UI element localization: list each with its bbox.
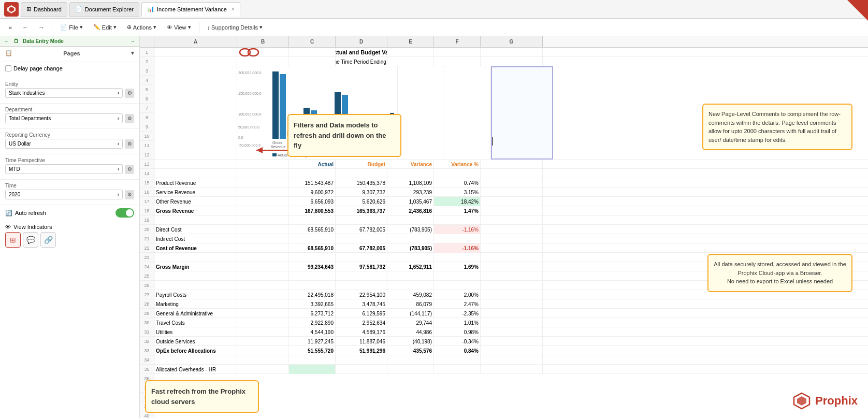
entity-gear[interactable]: ⚙ bbox=[125, 89, 134, 98]
row-num-19: 19 bbox=[140, 215, 154, 225]
svg-rect-10 bbox=[272, 71, 279, 139]
back-arrow[interactable]: ← bbox=[4, 38, 9, 44]
row-num-10: 10 bbox=[140, 132, 154, 141]
cell-2e bbox=[387, 57, 434, 66]
tab-income-statement[interactable]: 📊 Income Statement Variance × bbox=[141, 2, 240, 17]
row-num-22: 22 bbox=[140, 243, 154, 253]
row-num-1: 1 bbox=[140, 48, 154, 57]
edit-icon: ✏️ bbox=[93, 24, 100, 31]
corner-decoration bbox=[847, 0, 868, 21]
edit-button[interactable]: ✏️ Edit ▾ bbox=[89, 22, 121, 33]
row-34: Marketing 3,392,665 3,478,745 86,079 2.4… bbox=[154, 299, 868, 309]
row-num-2: 2 bbox=[140, 57, 154, 66]
cell-1c bbox=[289, 48, 336, 57]
row-36: Travel Costs 2,922,890 2,952,634 29,744 … bbox=[154, 318, 868, 327]
row-num-16: 16 bbox=[140, 188, 154, 197]
chevron-right-icon: › bbox=[118, 116, 119, 121]
chevron-right-icon: › bbox=[118, 192, 119, 197]
chart-spacer-e bbox=[398, 66, 444, 160]
col-header-c: C bbox=[289, 36, 336, 48]
fast-refresh-callout: Fast refrech from the Prophix cloud serv… bbox=[145, 380, 259, 413]
cell-1f bbox=[434, 48, 481, 57]
details-icon: ↓ bbox=[207, 24, 210, 31]
close-icon[interactable]: × bbox=[232, 6, 235, 12]
back-back-button[interactable]: « bbox=[4, 22, 17, 33]
col-header-a: A bbox=[154, 36, 237, 48]
dept-gear[interactable]: ⚙ bbox=[125, 114, 134, 123]
chevron-right-icon: › bbox=[118, 90, 119, 96]
time-perspective-select[interactable]: MTD › bbox=[5, 164, 123, 174]
row-22: Service Revenue 9,600,972 9,307,732 293,… bbox=[154, 188, 868, 197]
cell-19e: Variance bbox=[387, 160, 434, 169]
table-indicator-btn[interactable]: ⊞ bbox=[5, 232, 21, 248]
time-perspective-section: Time Perspective MTD › ⚙ bbox=[0, 154, 139, 180]
row-num-7: 7 bbox=[140, 104, 154, 113]
row-num-13: 13 bbox=[140, 160, 154, 169]
row-num-15: 15 bbox=[140, 178, 154, 188]
time-perspective-gear[interactable]: ⚙ bbox=[125, 165, 134, 174]
view-button[interactable]: 👁 View ▾ bbox=[162, 22, 196, 33]
row-num-8: 8 bbox=[140, 113, 154, 122]
svg-marker-39 bbox=[797, 396, 806, 406]
main-layout: ← 🗒 Data Entry Mode → 📋 Pages ▾ Delay pa… bbox=[0, 36, 868, 418]
comment-text: New Page-Level Comments to complement th… bbox=[708, 110, 846, 144]
comment-area[interactable] bbox=[491, 66, 553, 160]
actions-button[interactable]: ⊕ Actions ▾ bbox=[122, 22, 161, 33]
row-num-9: 9 bbox=[140, 122, 154, 132]
row-num-23: 23 bbox=[140, 253, 154, 262]
svg-text:0.0: 0.0 bbox=[238, 136, 243, 139]
dashboard-icon: ⊞ bbox=[26, 6, 31, 12]
row-num-31: 31 bbox=[140, 327, 154, 337]
sidebar: ← 🗒 Data Entry Mode → 📋 Pages ▾ Delay pa… bbox=[0, 36, 140, 418]
department-section: Department Total Departments › ⚙ bbox=[0, 104, 139, 129]
comment-indicator-btn[interactable]: 💬 bbox=[23, 232, 38, 248]
prophix-logo: Prophix bbox=[792, 392, 858, 410]
time-select[interactable]: 2020 › bbox=[5, 190, 123, 199]
row-num-12: 12 bbox=[140, 150, 154, 160]
row-21: Product Revenue 151,543,487 150,435,378 … bbox=[154, 178, 868, 188]
cell-19g bbox=[481, 160, 543, 169]
chevron-right-icon: › bbox=[118, 166, 119, 172]
data-entry-icon: 🗒 bbox=[13, 38, 19, 44]
cell-19b bbox=[237, 160, 289, 169]
cell-2a bbox=[154, 57, 237, 66]
chevron-down-icon: ▾ bbox=[153, 24, 156, 31]
tab-dashboard[interactable]: ⊞ Dashboard bbox=[21, 2, 67, 17]
currency-select[interactable]: US Dollar › bbox=[5, 139, 123, 149]
entity-row: Stark Industries › ⚙ bbox=[5, 88, 134, 98]
tab-document-explorer[interactable]: 📄 Document Explorer bbox=[69, 2, 139, 17]
row-26: Direct Cost 68,565,910 67,782,005 (783,9… bbox=[154, 225, 868, 234]
cell-2d: For the Time Period Ending 2020 bbox=[336, 57, 387, 66]
chevron-down-icon: ▾ bbox=[188, 24, 191, 31]
file-icon: 📄 bbox=[60, 24, 67, 31]
forward-arrow[interactable]: → bbox=[130, 38, 135, 44]
row-num-28: 28 bbox=[140, 299, 154, 309]
delay-section: Delay page change bbox=[0, 62, 139, 78]
data-storage-box: All data securely stored, accessed and v… bbox=[707, 254, 852, 292]
delay-checkbox[interactable] bbox=[5, 65, 11, 71]
row-23: Other Revenue 6,656,093 5,620,626 1,035,… bbox=[154, 197, 868, 206]
auto-refresh-toggle[interactable] bbox=[115, 208, 134, 218]
forward-button[interactable]: → bbox=[34, 22, 49, 33]
svg-text:200,000,000.0: 200,000,000.0 bbox=[238, 71, 262, 75]
link-indicator-btn[interactable]: 🔗 bbox=[40, 232, 56, 248]
sheet-row-2: For the Time Period Ending 2020 bbox=[154, 57, 868, 66]
col-headers: A B C D E F G bbox=[140, 36, 868, 48]
row-num-17: 17 bbox=[140, 197, 154, 206]
time-gear[interactable]: ⚙ bbox=[125, 190, 134, 199]
time-section: Time 2020 › ⚙ bbox=[0, 180, 139, 205]
back-button[interactable]: ← bbox=[18, 22, 33, 33]
row-num-col-header bbox=[140, 36, 154, 47]
cell-19d: Budget bbox=[336, 160, 387, 169]
row-41: Allocated Overheads - HR bbox=[154, 365, 868, 374]
currency-gear[interactable]: ⚙ bbox=[125, 139, 134, 149]
file-button[interactable]: 📄 File ▾ bbox=[55, 22, 88, 33]
sheet-row-19: Actual Budget Variance Variance % bbox=[154, 160, 868, 169]
supporting-details-button[interactable]: ↓ Supporting Details ▾ bbox=[202, 22, 267, 33]
spreadsheet: A B C D E F G 1 2 3 4 5 6 7 8 9 10 11 bbox=[140, 36, 868, 418]
entity-select[interactable]: Stark Industries › bbox=[5, 88, 123, 98]
svg-text:Actual: Actual bbox=[278, 153, 288, 157]
dept-select[interactable]: Total Departments › bbox=[5, 113, 123, 123]
row-num-3: 3 bbox=[140, 66, 154, 76]
pages-icon: 📋 bbox=[5, 50, 12, 56]
